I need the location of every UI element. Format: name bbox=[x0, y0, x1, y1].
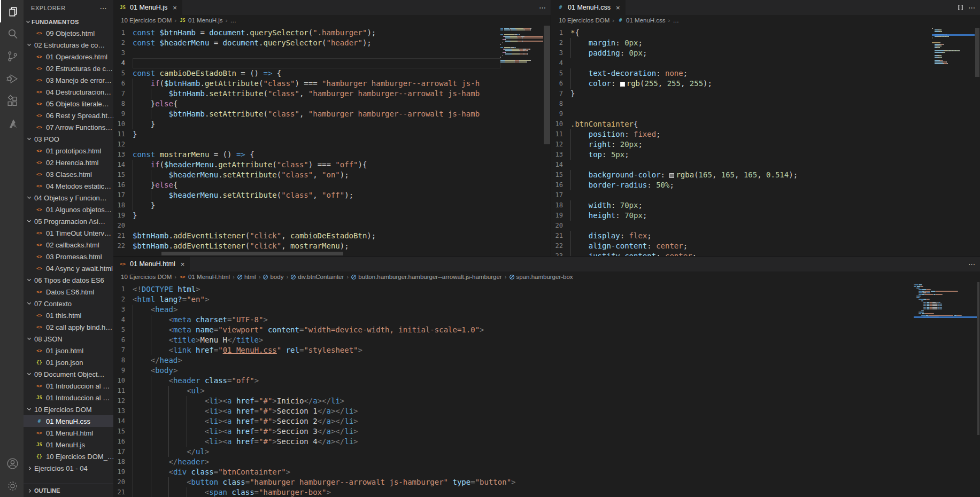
tree-file-item[interactable]: <>01 this.html bbox=[24, 309, 113, 321]
token: "hamburger-box" bbox=[259, 488, 326, 496]
code-text bbox=[133, 48, 500, 58]
azure-icon[interactable] bbox=[0, 112, 24, 135]
token: = bbox=[182, 295, 187, 304]
tree-file-item[interactable]: <>01 prototipos.html bbox=[24, 145, 113, 157]
minimap-html[interactable] bbox=[914, 284, 977, 497]
scrollbar-thumb[interactable] bbox=[544, 26, 550, 144]
code-area-css[interactable]: 1*{2 margin: 0px;3 padding: 0px;45 text-… bbox=[551, 28, 932, 256]
code-area-js[interactable]: 1const $btnHamb = document.querySelector… bbox=[113, 28, 500, 256]
tab-01-menuh.js[interactable]: JS01 MenuH.js× bbox=[113, 0, 182, 15]
horizontal-scrollbar[interactable] bbox=[140, 251, 497, 256]
breadcrumb-item[interactable]: JS01 MenuH.js bbox=[179, 17, 223, 24]
scrollbar-thumb[interactable] bbox=[161, 252, 343, 255]
split-editor-icon[interactable] bbox=[958, 5, 963, 10]
tree-file-item[interactable]: <>09 Objetos.html bbox=[24, 27, 113, 39]
more-actions-icon[interactable]: ⋯ bbox=[539, 4, 546, 12]
tree-file-item[interactable]: <>04 Metodos estatic… bbox=[24, 180, 113, 192]
tree-folder-item[interactable]: 04 Objetos y Funcion… bbox=[24, 192, 113, 204]
tree-file-item[interactable]: <>Datos ES6.html bbox=[24, 286, 113, 298]
tree-item-label: Datos ES6.html bbox=[46, 288, 94, 296]
tree-file-item[interactable]: {}01 json.json bbox=[24, 356, 113, 368]
indent-guide bbox=[570, 129, 571, 139]
tab-01-menuh.css[interactable]: #01 MenuH.css× bbox=[551, 0, 626, 15]
tree-folder-item[interactable]: 05 Programacion Asi… bbox=[24, 215, 113, 227]
token: } bbox=[133, 201, 155, 209]
more-actions-icon[interactable]: ⋯ bbox=[968, 4, 976, 12]
close-icon[interactable]: × bbox=[616, 4, 620, 12]
breadcrumb-item[interactable]: button.hamburger.hamburger--arrowalt.js-… bbox=[351, 274, 501, 280]
tree-file-item[interactable]: <>03 Manejo de error… bbox=[24, 74, 113, 86]
files-icon[interactable] bbox=[0, 0, 24, 22]
tree-file-item[interactable]: <>02 call apply bind.h… bbox=[24, 321, 113, 333]
breadcrumb-item[interactable]: … bbox=[673, 17, 679, 24]
tree-file-item[interactable]: <>02 Herencia.html bbox=[24, 157, 113, 168]
tree-file-item[interactable]: JS01 MenuH.js bbox=[24, 439, 113, 451]
code-area-html[interactable]: 1<!DOCTYPE html>2<html lang?="en">3 <hea… bbox=[113, 284, 914, 497]
account-icon[interactable] bbox=[0, 452, 24, 475]
run-debug-icon[interactable] bbox=[0, 67, 24, 90]
token: ( bbox=[245, 231, 250, 240]
token: "button" bbox=[475, 478, 511, 486]
tree-file-item[interactable]: <>01 Algunos objetos… bbox=[24, 204, 113, 215]
search-icon[interactable] bbox=[0, 22, 24, 45]
vertical-scrollbar[interactable] bbox=[543, 26, 551, 256]
minimap-js[interactable] bbox=[500, 28, 543, 256]
tree-file-item[interactable]: <>01 TimeOut Unterv… bbox=[24, 227, 113, 239]
breadcrumb-item[interactable]: div.btnContainter bbox=[291, 274, 344, 280]
tree-file-item[interactable]: <>01 Operadores.html bbox=[24, 51, 113, 63]
scrollbar-thumb[interactable] bbox=[977, 282, 979, 435]
tab-01-menuh.html[interactable]: <>01 MenuH.html× bbox=[113, 257, 190, 271]
tree-file-item[interactable]: JS01 Introduccion al … bbox=[24, 392, 113, 403]
tree-folder-item[interactable]: 09 Document Object… bbox=[24, 368, 113, 380]
settings-icon[interactable] bbox=[0, 475, 24, 497]
vertical-scrollbar[interactable] bbox=[977, 282, 980, 497]
tree-file-item[interactable]: <>05 Objetos literale… bbox=[24, 98, 113, 110]
close-icon[interactable]: × bbox=[173, 4, 177, 12]
breadcrumb-item[interactable]: … bbox=[230, 17, 236, 24]
source-control-icon[interactable] bbox=[0, 45, 24, 67]
token: $headerMenu bbox=[164, 160, 214, 169]
breadcrumb-item[interactable]: body bbox=[263, 274, 283, 280]
workspace-section-header[interactable]: FUNDAMENTOS bbox=[24, 16, 113, 27]
tree-file-item[interactable]: <>01 MenuH.html bbox=[24, 427, 113, 439]
tree-file-item[interactable]: <>04 Async y await.html bbox=[24, 262, 113, 274]
tree-file-item[interactable]: <>06 Rest y Spread.ht… bbox=[24, 110, 113, 121]
minimap-line bbox=[914, 294, 977, 295]
breadcrumb-item[interactable]: 10 Ejercicios DOM bbox=[559, 17, 609, 24]
breadcrumb-item[interactable]: span.hamburger-box bbox=[510, 274, 573, 280]
tree-folder-item[interactable]: 10 Ejercicios DOM bbox=[24, 403, 113, 415]
tree-file-item[interactable]: <>01 json.html bbox=[24, 345, 113, 356]
indent-guide bbox=[151, 345, 151, 355]
scrollbar-thumb[interactable] bbox=[975, 28, 979, 77]
indent-guide bbox=[133, 406, 133, 416]
tree-folder-item[interactable]: Ejercicios 01 - 04 bbox=[24, 462, 113, 474]
minimap-css[interactable] bbox=[932, 28, 975, 256]
breadcrumb-item[interactable]: 10 Ejercicios DOM bbox=[121, 17, 172, 24]
explorer-more-actions-icon[interactable]: ⋯ bbox=[99, 4, 107, 12]
tree-file-item[interactable]: {}10 Ejercicios DOM_… bbox=[24, 451, 113, 462]
tree-file-item[interactable]: <>03 Promesas.html bbox=[24, 251, 113, 262]
tree-file-item[interactable]: <>01 Introduccion al … bbox=[24, 380, 113, 392]
tree-folder-item[interactable]: 06 Tipos de datos ES6 bbox=[24, 274, 113, 286]
close-icon[interactable]: × bbox=[181, 260, 185, 268]
breadcrumb-item[interactable]: <>01 MenuH.html bbox=[179, 274, 230, 280]
vertical-scrollbar[interactable] bbox=[975, 26, 980, 256]
tree-file-item[interactable]: <>03 Clases.html bbox=[24, 168, 113, 180]
tree-folder-item[interactable]: 08 JSON bbox=[24, 333, 113, 345]
breadcrumb-item[interactable]: html bbox=[237, 274, 256, 280]
token: ); bbox=[367, 28, 376, 37]
tree-file-item[interactable]: <>07 Arrow Functions… bbox=[24, 121, 113, 133]
extensions-icon[interactable] bbox=[0, 90, 24, 112]
token: ; bbox=[669, 181, 674, 189]
outline-section-header[interactable]: OUTLINE bbox=[24, 484, 113, 497]
tree-file-item[interactable]: #01 MenuH.css bbox=[24, 415, 113, 427]
more-actions-icon[interactable]: ⋯ bbox=[968, 260, 976, 268]
tree-file-item[interactable]: <>02 callbacks.html bbox=[24, 239, 113, 251]
tree-file-item[interactable]: <>04 Destructuracion… bbox=[24, 86, 113, 98]
tree-folder-item[interactable]: 07 Contexto bbox=[24, 298, 113, 309]
tree-file-item[interactable]: <>02 Estructuras de c… bbox=[24, 63, 113, 74]
tree-folder-item[interactable]: 02 Estructuras de co… bbox=[24, 39, 113, 51]
breadcrumb-item[interactable]: 10 Ejercicios DOM bbox=[121, 274, 172, 280]
tree-folder-item[interactable]: 03 POO bbox=[24, 133, 113, 145]
breadcrumb-item[interactable]: #01 MenuH.css bbox=[617, 17, 666, 24]
